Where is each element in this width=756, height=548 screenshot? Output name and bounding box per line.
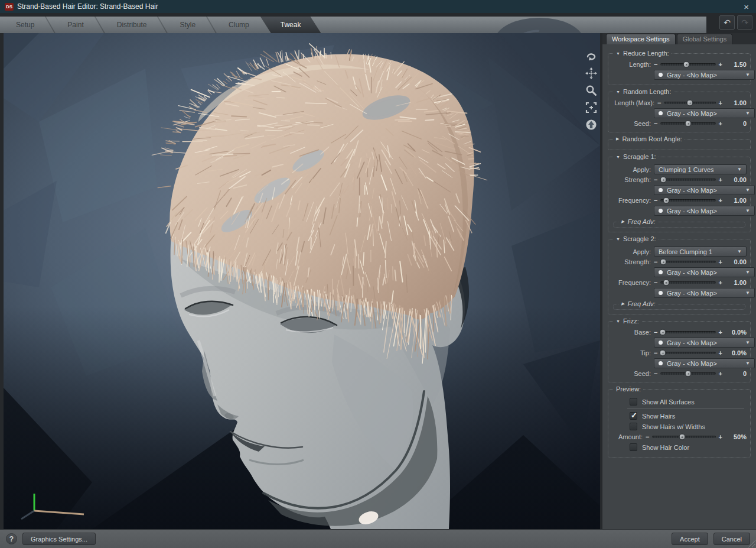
plus-icon[interactable]: + (719, 350, 722, 356)
frizz-tip-row: Tip: − + 0.0% (612, 349, 747, 356)
length-max-row: Length (Max): − + 1.00 (612, 99, 747, 106)
frizz-base-map-dropdown[interactable]: Gray - <No Map> ▼ (654, 338, 755, 348)
frizz-seed-slider[interactable] (660, 372, 715, 375)
orbit-tool-button[interactable] (585, 50, 598, 63)
length-max-slider[interactable] (664, 102, 715, 104)
zoom-tool-button[interactable] (585, 84, 598, 97)
random-length-seed-value: 0 (725, 120, 747, 127)
minus-icon[interactable]: − (646, 434, 649, 440)
tab-style[interactable]: Style (164, 17, 211, 33)
scraggle1-frequency-row: Frequency: − + 1.00 (612, 197, 747, 204)
chevron-down-icon: ▼ (737, 249, 742, 254)
minus-icon[interactable]: − (654, 329, 657, 336)
section-header-frizz[interactable]: ▼ Frizz: (614, 317, 641, 325)
scraggle1-apply-row: Apply: Clumping 1 Curves ▼ (612, 164, 747, 174)
pan-tool-button[interactable] (585, 67, 598, 80)
section-header-scraggle-2[interactable]: ▼ Scraggle 2: (614, 235, 659, 242)
preview-amount-slider[interactable] (652, 436, 715, 438)
reduce-length-map-dropdown[interactable]: Gray - <No Map> ▼ (654, 70, 755, 80)
minus-icon[interactable]: − (657, 100, 661, 106)
minus-icon[interactable]: − (654, 280, 657, 286)
section-reduce-length: ▼ Reduce Length: Length: − + 1.50 Gray -… (608, 53, 751, 85)
tab-strip-zone: Setup Paint Distribute Style Clump Tweak… (0, 13, 756, 33)
scraggle2-strength-map-dropdown[interactable]: Gray - <No Map> ▼ (654, 267, 755, 277)
reset-view-button[interactable] (585, 118, 598, 131)
scraggle2-strength-slider[interactable] (660, 261, 715, 263)
help-button[interactable]: ? (6, 533, 17, 544)
minus-icon[interactable]: − (654, 61, 657, 68)
scraggle1-frequency-slider[interactable] (660, 199, 715, 202)
tab-tweak-active[interactable]: Tweak (260, 17, 321, 33)
show-all-surfaces-checkbox[interactable]: ✓ (630, 398, 637, 406)
show-hairs-widths-checkbox[interactable]: ✓ (630, 423, 637, 430)
reduce-length-slider[interactable] (660, 63, 715, 66)
accept-button[interactable]: Accept (672, 533, 708, 545)
minus-icon[interactable]: − (654, 350, 657, 356)
section-header-freq-adv[interactable]: ▶ Freq Adv: (619, 300, 658, 307)
undo-button[interactable]: ↶ (719, 15, 735, 30)
scraggle2-frequency-map-dropdown[interactable]: Gray - <No Map> ▼ (654, 288, 755, 298)
plus-icon[interactable]: + (719, 197, 722, 204)
strand-hair-editor-window: DS Strand-Based Hair Editor: Strand-Base… (0, 0, 756, 548)
scraggle2-apply-dropdown[interactable]: Before Clumping 1 ▼ (654, 247, 747, 257)
orbit-icon (585, 50, 597, 62)
plus-icon[interactable]: + (719, 121, 722, 127)
section-header-reduce-length[interactable]: ▼ Reduce Length: (614, 50, 672, 57)
chevron-down-icon: ▼ (745, 340, 750, 345)
frizz-tip-slider[interactable] (660, 352, 715, 354)
plus-icon[interactable]: + (719, 61, 722, 68)
pan-icon (585, 67, 597, 79)
scraggle1-strength-map-dropdown[interactable]: Gray - <No Map> ▼ (654, 185, 755, 195)
viewport-3d[interactable] (4, 33, 600, 529)
tab-paint[interactable]: Paint (51, 17, 99, 33)
scraggle1-apply-dropdown[interactable]: Clumping 1 Curves ▼ (654, 164, 747, 174)
scraggle2-frequency-slider[interactable] (660, 281, 715, 284)
plus-icon[interactable]: + (719, 329, 722, 336)
cancel-button[interactable]: Cancel (713, 533, 750, 545)
frizz-tip-map-dropdown[interactable]: Gray - <No Map> ▼ (654, 358, 755, 368)
plus-icon[interactable]: + (719, 100, 722, 106)
tab-distribute[interactable]: Distribute (101, 17, 163, 33)
plus-icon[interactable]: + (719, 259, 722, 265)
head-render (4, 33, 600, 529)
random-length-map-dropdown[interactable]: Gray - <No Map> ▼ (654, 108, 755, 118)
section-header-scraggle-1[interactable]: ▼ Scraggle 1: (614, 153, 659, 160)
zoom-icon (585, 85, 597, 96)
show-hairs-checkbox[interactable]: ✓ (630, 412, 637, 420)
frame-view-button[interactable] (585, 101, 598, 114)
section-header-random-length[interactable]: ▼ Random Length: (614, 88, 673, 95)
section-header-freq-adv[interactable]: ▶ Freq Adv: (619, 218, 658, 225)
minus-icon[interactable]: − (654, 121, 657, 127)
minus-icon[interactable]: − (654, 177, 657, 183)
minus-icon[interactable]: − (654, 371, 657, 377)
section-header-random-root-angle[interactable]: ▶ Random Root Angle: (614, 135, 685, 142)
collapse-icon: ▼ (616, 155, 620, 159)
scraggle1-frequency-map-dropdown[interactable]: Gray - <No Map> ▼ (654, 206, 755, 216)
redo-button[interactable]: ↷ (737, 15, 752, 30)
random-length-seed-slider[interactable] (660, 122, 715, 125)
graphics-settings-button[interactable]: Graphics Settings... (22, 533, 96, 545)
collapse-icon: ▼ (616, 90, 620, 94)
preview-amount-row: Amount: − + 50% (612, 433, 747, 440)
frizz-base-slider[interactable] (660, 331, 715, 333)
tab-setup[interactable]: Setup (0, 17, 50, 33)
map-dot-icon (659, 188, 663, 192)
close-icon[interactable]: × (741, 2, 751, 11)
plus-icon[interactable]: + (719, 434, 722, 440)
minus-icon[interactable]: − (654, 197, 657, 204)
scraggle2-strength-value: 0.00 (725, 258, 747, 265)
tab-workspace-settings[interactable]: Workspace Settings (606, 34, 676, 44)
section-random-root-angle: ▶ Random Root Angle: (608, 139, 751, 150)
show-hairs-widths-row: ✓ Show Hairs w/ Widths (630, 423, 747, 430)
redo-icon: ↷ (741, 18, 748, 27)
plus-icon[interactable]: + (719, 371, 722, 377)
scraggle1-strength-slider[interactable] (660, 179, 715, 181)
plus-icon[interactable]: + (719, 280, 722, 286)
tab-global-settings[interactable]: Global Settings (677, 34, 733, 44)
scraggle1-frequency-value: 1.00 (725, 197, 747, 204)
tab-clump[interactable]: Clump (213, 17, 265, 33)
plus-icon[interactable]: + (719, 177, 722, 183)
minus-icon[interactable]: − (654, 259, 657, 265)
random-length-seed-row: Seed: − + 0 (612, 120, 747, 127)
show-hair-color-checkbox[interactable]: ✓ (630, 443, 637, 451)
